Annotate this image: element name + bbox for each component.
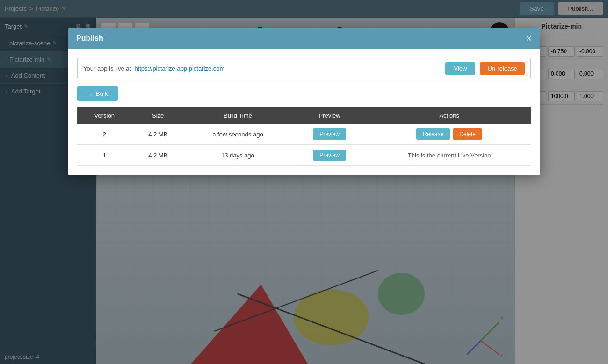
build-icon: 🔧 [86,90,93,97]
live-url-link[interactable]: https://pictarize.app.pictarize.com [134,65,224,72]
row1-actions-cell: Release Delete [368,124,531,144]
row1-delete-button[interactable]: Delete [453,128,482,140]
row2-size: 4.2 MB [131,145,184,166]
table-row: 1 4.2 MB 13 days ago Preview This is the… [77,145,531,166]
col-size: Size [131,107,184,124]
view-button[interactable]: View [445,62,475,75]
modal-body: Your app is live at https://pictarize.ap… [68,49,540,175]
build-label: Build [96,90,109,97]
row2-preview-cell: Preview [291,145,368,166]
unrelease-button[interactable]: Un-release [480,62,525,75]
modal-backdrop: Publish × Your app is live at https://pi… [0,0,608,364]
live-url-text: Your app is live at https://pictarize.ap… [83,65,441,72]
col-actions: Actions [368,107,531,124]
row2-actions-cell: This is the current Live Version [368,145,531,166]
modal-close-button[interactable]: × [526,34,532,43]
build-button[interactable]: 🔧 Build [77,86,118,101]
row1-version: 2 [77,124,131,145]
modal-header: Publish × [68,28,540,49]
modal-title: Publish [76,34,103,43]
table-header-row: Version Size Build Time Preview Actions [77,107,531,124]
live-version-text: This is the current Live Version [408,152,491,159]
row2-build-time: 13 days ago [184,145,291,166]
row2-preview-button[interactable]: Preview [313,150,346,161]
row1-preview-button[interactable]: Preview [313,128,346,140]
publish-modal: Publish × Your app is live at https://pi… [68,28,540,175]
row2-version: 1 [77,145,131,166]
row1-release-button[interactable]: Release [416,128,450,140]
col-build-time: Build Time [184,107,291,124]
live-url-bar: Your app is live at https://pictarize.ap… [77,58,531,79]
live-url-prefix: Your app is live at [83,65,131,72]
col-version: Version [77,107,131,124]
col-preview: Preview [291,107,368,124]
row1-build-time: a few seconds ago [184,124,291,145]
row1-preview-cell: Preview [291,124,368,145]
row1-size: 4.2 MB [131,124,184,145]
table-row: 2 4.2 MB a few seconds ago Preview Relea… [77,124,531,145]
publish-table: Version Size Build Time Preview Actions … [77,107,531,166]
